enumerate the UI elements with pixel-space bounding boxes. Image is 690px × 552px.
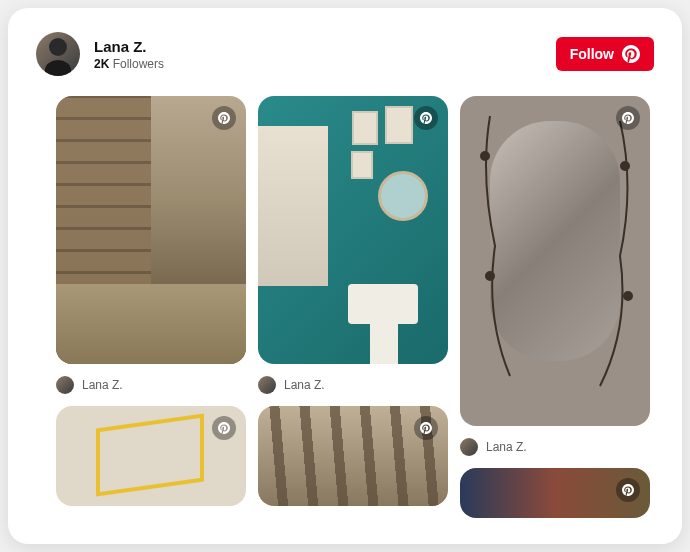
pinterest-icon: [622, 45, 640, 63]
pin-grid: Lana Z. Lana Z. Lana Z.: [36, 96, 654, 516]
profile-avatar[interactable]: [36, 32, 80, 76]
pinterest-badge-icon[interactable]: [212, 416, 236, 440]
author-name: Lana Z.: [82, 378, 123, 392]
pinterest-badge-icon[interactable]: [616, 106, 640, 130]
pin-item[interactable]: [460, 468, 650, 518]
profile-info: Lana Z. 2K Followers: [94, 38, 164, 71]
follower-number: 2K: [94, 57, 109, 71]
decorative-branches: [460, 96, 650, 426]
author-avatar-icon: [56, 376, 74, 394]
svg-point-2: [486, 272, 494, 280]
pinterest-badge-icon[interactable]: [616, 478, 640, 502]
pinterest-badge-icon[interactable]: [414, 416, 438, 440]
profile-header: Lana Z. 2K Followers Follow: [36, 32, 654, 76]
svg-point-0: [481, 152, 489, 160]
pin-item[interactable]: [56, 96, 246, 364]
author-name: Lana Z.: [284, 378, 325, 392]
author-avatar-icon: [258, 376, 276, 394]
profile-identity[interactable]: Lana Z. 2K Followers: [36, 32, 164, 76]
profile-name: Lana Z.: [94, 38, 164, 55]
pin-item[interactable]: [56, 406, 246, 506]
pin-attribution[interactable]: Lana Z.: [56, 376, 123, 394]
pin-attribution[interactable]: Lana Z.: [460, 438, 527, 456]
pin-item[interactable]: [258, 96, 448, 364]
follower-label: Followers: [113, 57, 164, 71]
svg-point-3: [624, 292, 632, 300]
svg-point-1: [621, 162, 629, 170]
pinterest-badge-icon[interactable]: [414, 106, 438, 130]
pin-item[interactable]: [258, 406, 448, 506]
author-avatar-icon: [460, 438, 478, 456]
follow-button[interactable]: Follow: [556, 37, 654, 71]
pin-attribution[interactable]: Lana Z.: [258, 376, 325, 394]
follower-count: 2K Followers: [94, 57, 164, 71]
pin-item[interactable]: [460, 96, 650, 426]
pinterest-badge-icon[interactable]: [212, 106, 236, 130]
profile-card: Lana Z. 2K Followers Follow: [8, 8, 682, 544]
author-name: Lana Z.: [486, 440, 527, 454]
follow-button-label: Follow: [570, 46, 614, 62]
